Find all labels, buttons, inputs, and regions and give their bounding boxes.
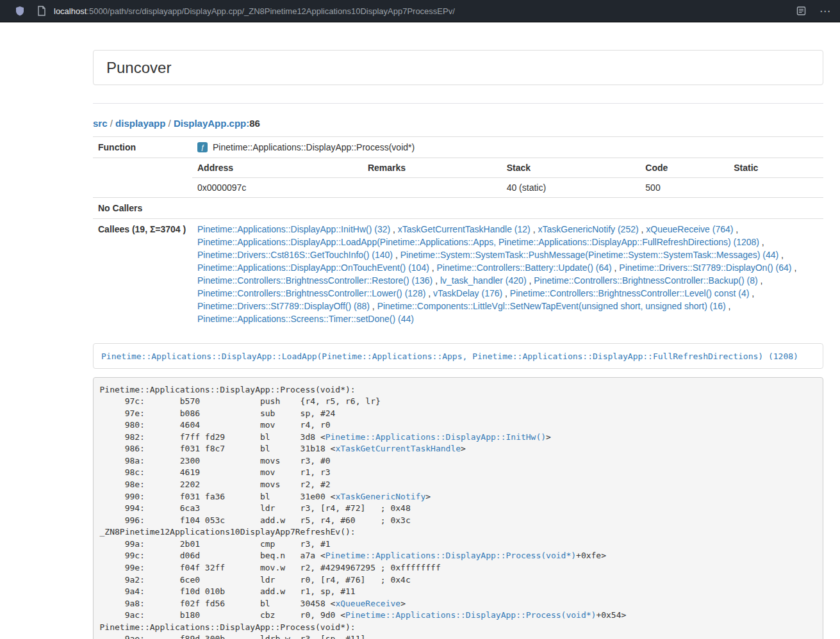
function-info-table: Function ƒ Pinetime::Applications::Displ… [93, 136, 823, 329]
selected-symbol-box: Pinetime::Applications::DisplayApp::Load… [93, 343, 823, 369]
breadcrumb-separator: / [108, 118, 116, 129]
callee-separator: , [612, 263, 620, 273]
page-container: Puncover src / displayapp / DisplayApp.c… [93, 50, 823, 639]
stats-value-row: 0x0000097c 40 (static) 500 [192, 178, 823, 198]
selected-symbol-link[interactable]: Pinetime::Applications::DisplayApp::Load… [101, 352, 798, 361]
url-host: localhost [54, 6, 86, 16]
page-info-icon[interactable] [36, 5, 47, 17]
callee-separator: , [425, 288, 433, 298]
callee-link[interactable]: xQueueReceive (764) [646, 224, 733, 234]
callee-link[interactable]: Pinetime::Controllers::BrightnessControl… [197, 275, 432, 286]
callee-separator: , [429, 263, 437, 273]
callee-separator: , [527, 275, 534, 286]
breadcrumb-line-number: 86 [249, 118, 260, 129]
disasm-symbol-link[interactable]: Pinetime::Applications::DisplayApp::Proc… [345, 610, 596, 620]
callee-link[interactable]: Pinetime::Applications::DisplayApp::Load… [197, 237, 759, 247]
function-row: Function ƒ Pinetime::Applications::Displ… [93, 137, 823, 158]
divider [93, 103, 823, 104]
callee-separator: , [639, 224, 646, 234]
callee-link[interactable]: Pinetime::Drivers::St7789::DisplayOff() … [197, 301, 370, 311]
callee-link[interactable]: Pinetime::Applications::DisplayApp::Init… [197, 224, 390, 234]
browser-menu-icon[interactable]: ⋯ [819, 6, 831, 17]
callee-link[interactable]: Pinetime::Drivers::St7789::DisplayOn() (… [619, 263, 791, 273]
reader-view-icon[interactable] [795, 5, 807, 17]
callee-link[interactable]: Pinetime::System::SystemTask::PushMessag… [400, 250, 779, 260]
callee-link[interactable]: Pinetime::Components::LittleVgl::SetNewT… [377, 301, 726, 311]
stats-stack: 40 (static) [502, 178, 641, 198]
callee-separator: , [758, 275, 763, 286]
callee-link[interactable]: Pinetime::Controllers::BrightnessControl… [534, 275, 757, 286]
tracking-protection-shield-icon[interactable] [14, 5, 26, 17]
stats-header-stack: Stack [502, 158, 641, 178]
disasm-symbol-link[interactable]: xTaskGenericNotify [335, 492, 425, 501]
callees-header: Callees (19, Σ=3704 ) [93, 219, 192, 330]
stats-row: Address Remarks Stack Code Static 0x0000… [93, 158, 823, 198]
function-name: Pinetime::Applications::DisplayApp::Proc… [213, 141, 415, 154]
callees-list: Pinetime::Applications::DisplayApp::Init… [192, 219, 823, 330]
callee-link[interactable]: Pinetime::Controllers::BrightnessControl… [197, 288, 425, 298]
callee-separator: , [390, 224, 398, 234]
disassembly-code: Pinetime::Applications::DisplayApp::Proc… [93, 377, 823, 639]
browser-toolbar: localhost:5000/path/src/displayapp/Displ… [0, 0, 840, 22]
disasm-symbol-link[interactable]: Pinetime::Applications::DisplayApp::Init… [325, 432, 546, 442]
no-callers-header: No Callers [93, 198, 192, 219]
callee-link[interactable]: xTaskGenericNotify (252) [538, 224, 638, 234]
callee-link[interactable]: Pinetime::Controllers::Battery::Update()… [437, 263, 612, 273]
callee-separator: , [759, 237, 764, 247]
disasm-symbol-link[interactable]: xTaskGetCurrentTaskHandle [335, 444, 461, 453]
stats-static [729, 178, 823, 198]
stats-table: Address Remarks Stack Code Static 0x0000… [192, 158, 823, 197]
breadcrumb-link[interactable]: src [93, 118, 108, 129]
stats-header-remarks: Remarks [363, 158, 502, 178]
callee-separator: , [726, 301, 731, 311]
callee-separator: , [393, 250, 400, 260]
callee-link[interactable]: Pinetime::Applications::DisplayApp::OnTo… [197, 263, 429, 273]
no-callers-row: No Callers [93, 198, 823, 219]
callee-separator: , [502, 288, 510, 298]
callees-row: Callees (19, Σ=3704 ) Pinetime::Applicat… [93, 219, 823, 330]
disasm-symbol-link[interactable]: xQueueReceive [335, 599, 400, 608]
callee-separator: , [531, 224, 538, 234]
callee-link[interactable]: lv_task_handler (420) [440, 275, 527, 286]
url-path: :5000/path/src/displayapp/DisplayApp.cpp… [86, 6, 455, 16]
callee-separator: , [370, 301, 377, 311]
stats-address: 0x0000097c [192, 178, 363, 198]
breadcrumb: src / displayapp / DisplayApp.cpp:86 [93, 118, 823, 129]
stats-header-static: Static [729, 158, 823, 178]
callee-link[interactable]: vTaskDelay (176) [433, 288, 502, 298]
callee-separator: , [749, 288, 754, 298]
stats-header-code: Code [640, 158, 729, 178]
page-title-panel: Puncover [93, 50, 823, 85]
stats-remarks [363, 178, 502, 198]
callee-link[interactable]: Pinetime::Drivers::Cst816S::GetTouchInfo… [197, 250, 393, 260]
stats-header-address: Address [192, 158, 363, 178]
callee-separator: , [733, 224, 738, 234]
breadcrumb-link[interactable]: DisplayApp.cpp: [174, 118, 249, 129]
stats-code: 500 [640, 178, 729, 198]
callee-separator: , [792, 263, 797, 273]
page-title: Puncover [106, 58, 810, 77]
function-row-header: Function [93, 137, 192, 158]
breadcrumb-link[interactable]: displayapp [115, 118, 165, 129]
callee-link[interactable]: Pinetime::Controllers::BrightnessControl… [510, 288, 749, 298]
url-bar[interactable]: localhost:5000/path/src/displayapp/Displ… [54, 6, 455, 16]
stats-header-row: Address Remarks Stack Code Static [192, 158, 823, 178]
callee-link[interactable]: Pinetime::Applications::Screens::Timer::… [197, 314, 414, 324]
disasm-symbol-link[interactable]: Pinetime::Applications::DisplayApp::Proc… [325, 551, 576, 560]
callee-separator: , [432, 275, 440, 286]
callee-separator: , [778, 250, 784, 260]
function-type-icon: ƒ [197, 142, 208, 152]
callee-link[interactable]: xTaskGetCurrentTaskHandle (12) [398, 224, 531, 234]
breadcrumb-separator: / [165, 118, 174, 129]
